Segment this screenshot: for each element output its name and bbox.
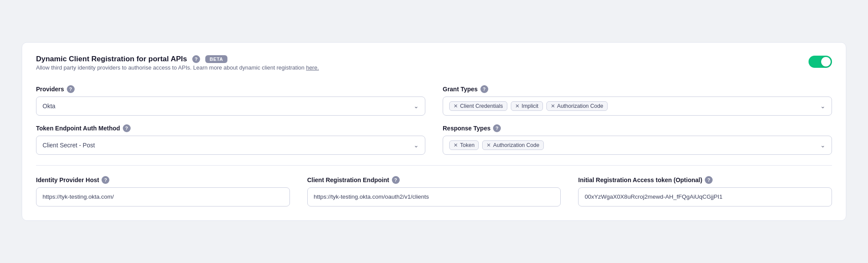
token-endpoint-help-icon[interactable]: ? xyxy=(123,124,131,132)
response-types-select[interactable]: ✕ Token ✕ Authorization Code ⌄ xyxy=(443,136,832,155)
response-type-tag-1-remove[interactable]: ✕ xyxy=(487,143,491,148)
response-types-chevron-icon: ⌄ xyxy=(820,142,825,149)
grant-types-field: Grant Types ? ✕ Client Credentials ✕ Imp… xyxy=(443,85,832,116)
title-row: Dynamic Client Registration for portal A… xyxy=(36,55,319,63)
enabled-toggle[interactable] xyxy=(809,56,832,68)
client-registration-endpoint-field: Client Registration Endpoint ? xyxy=(307,176,561,206)
beta-badge: BETA xyxy=(205,55,227,63)
token-endpoint-select[interactable]: Client Secret - Post ⌄ xyxy=(36,136,425,155)
token-endpoint-value: Client Secret - Post xyxy=(43,142,95,149)
grant-type-tag-1[interactable]: ✕ Implicit xyxy=(511,101,543,111)
initial-registration-token-label: Initial Registration Access token (Optio… xyxy=(578,176,832,184)
client-registration-endpoint-input[interactable] xyxy=(307,187,561,206)
token-endpoint-label: Token Endpoint Auth Method ? xyxy=(36,124,425,132)
grant-types-chevron-icon: ⌄ xyxy=(820,103,825,110)
client-registration-endpoint-label: Client Registration Endpoint ? xyxy=(307,176,561,184)
providers-help-icon[interactable]: ? xyxy=(67,85,75,93)
grant-type-tag-2[interactable]: ✕ Authorization Code xyxy=(546,101,608,111)
identity-provider-host-input[interactable] xyxy=(36,187,290,206)
initial-registration-token-input[interactable] xyxy=(578,187,832,206)
identity-provider-host-help-icon[interactable]: ? xyxy=(102,176,109,184)
grant-type-tag-0-remove[interactable]: ✕ xyxy=(454,103,458,109)
token-endpoint-chevron-icon: ⌄ xyxy=(414,142,419,149)
providers-field: Providers ? Okta ⌄ xyxy=(36,85,425,116)
section-divider xyxy=(36,165,832,166)
initial-registration-token-help-icon[interactable]: ? xyxy=(705,176,713,184)
client-registration-endpoint-help-icon[interactable]: ? xyxy=(392,176,400,184)
initial-registration-token-field: Initial Registration Access token (Optio… xyxy=(578,176,832,206)
response-types-label: Response Types ? xyxy=(443,124,832,132)
identity-provider-host-field: Identity Provider Host ? xyxy=(36,176,290,206)
title-section: Dynamic Client Registration for portal A… xyxy=(36,55,319,83)
top-fields-grid: Providers ? Okta ⌄ Grant Types ? ✕ Clien… xyxy=(36,85,832,155)
providers-select[interactable]: Okta ⌄ xyxy=(36,97,425,116)
providers-value: Okta xyxy=(43,103,56,110)
card-subtitle: Allow third party identity providers to … xyxy=(36,63,319,72)
providers-chevron-icon: ⌄ xyxy=(414,103,419,110)
token-endpoint-field: Token Endpoint Auth Method ? Client Secr… xyxy=(36,124,425,155)
card-header: Dynamic Client Registration for portal A… xyxy=(36,55,832,83)
response-type-tag-0[interactable]: ✕ Token xyxy=(449,140,479,150)
subtitle-link[interactable]: here. xyxy=(306,64,319,71)
grant-type-tag-1-remove[interactable]: ✕ xyxy=(515,103,519,109)
toggle-track xyxy=(809,56,832,68)
toggle-wrapper[interactable] xyxy=(809,56,832,68)
response-type-tag-0-remove[interactable]: ✕ xyxy=(454,143,458,148)
grant-type-tag-0[interactable]: ✕ Client Credentials xyxy=(449,101,507,111)
grant-types-help-icon[interactable]: ? xyxy=(480,85,488,93)
dynamic-client-registration-card: Dynamic Client Registration for portal A… xyxy=(22,42,846,221)
card-title: Dynamic Client Registration for portal A… xyxy=(36,55,187,63)
response-type-tag-1[interactable]: ✕ Authorization Code xyxy=(482,140,543,150)
grant-types-tags: ✕ Client Credentials ✕ Implicit ✕ Author… xyxy=(449,101,820,111)
grant-type-tag-2-remove[interactable]: ✕ xyxy=(551,103,555,109)
response-types-tags: ✕ Token ✕ Authorization Code xyxy=(449,140,820,150)
response-types-field: Response Types ? ✕ Token ✕ Authorization… xyxy=(443,124,832,155)
grant-types-label: Grant Types ? xyxy=(443,85,832,93)
grant-types-select[interactable]: ✕ Client Credentials ✕ Implicit ✕ Author… xyxy=(443,97,832,116)
providers-label: Providers ? xyxy=(36,85,425,93)
toggle-thumb xyxy=(821,57,831,67)
response-types-help-icon[interactable]: ? xyxy=(493,124,501,132)
bottom-fields-grid: Identity Provider Host ? Client Registra… xyxy=(36,176,832,206)
identity-provider-host-label: Identity Provider Host ? xyxy=(36,176,290,184)
title-help-icon[interactable]: ? xyxy=(192,55,200,63)
